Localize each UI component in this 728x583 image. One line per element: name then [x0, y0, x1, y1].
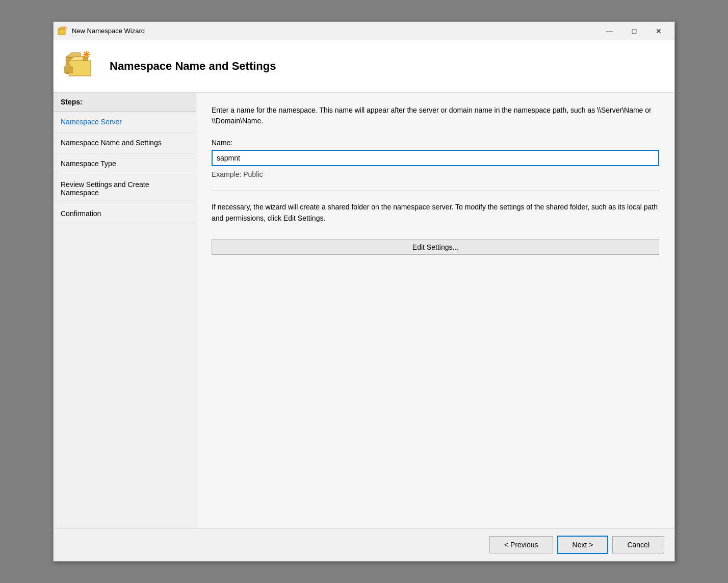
next-button[interactable]: Next > [557, 536, 609, 554]
main-content: Enter a name for the namespace. This nam… [196, 93, 674, 528]
maximize-button[interactable]: □ [622, 24, 646, 38]
sidebar-item-namespace-type[interactable]: Namespace Type [54, 153, 196, 174]
page-title: Namespace Name and Settings [110, 60, 276, 73]
divider [212, 191, 659, 191]
minimize-button[interactable]: — [598, 24, 621, 38]
name-input[interactable] [212, 150, 659, 166]
title-bar: New Namespace Wizard — □ ✕ [54, 22, 674, 40]
sidebar-item-confirmation[interactable]: Confirmation [54, 203, 196, 224]
sidebar: Steps: Namespace Server Namespace Name a… [54, 93, 196, 528]
wizard-window: New Namespace Wizard — □ ✕ [53, 21, 675, 562]
sidebar-item-namespace-name-settings[interactable]: Namespace Name and Settings [54, 132, 196, 153]
svg-marker-15 [65, 65, 70, 67]
close-button[interactable]: ✕ [647, 24, 670, 38]
steps-header: Steps: [54, 93, 196, 112]
info-text: If necessary, the wizard will create a s… [212, 201, 659, 224]
svg-rect-14 [65, 67, 72, 73]
wizard-icon [64, 48, 99, 84]
cancel-button[interactable]: Cancel [612, 536, 664, 553]
window-controls: — □ ✕ [598, 24, 670, 38]
svg-rect-0 [58, 29, 65, 35]
sidebar-item-namespace-server[interactable]: Namespace Server [54, 112, 196, 132]
content-area: Steps: Namespace Server Namespace Name a… [54, 93, 674, 528]
name-label: Name: [212, 139, 659, 147]
description-text: Enter a name for the namespace. This nam… [212, 105, 659, 126]
example-text: Example: Public [212, 170, 659, 178]
window-title: New Namespace Wizard [72, 27, 598, 35]
previous-button[interactable]: < Previous [489, 536, 553, 553]
sidebar-item-review-settings[interactable]: Review Settings and Create Namespace [54, 174, 196, 203]
name-field-group: Name: Example: Public [212, 139, 659, 189]
title-bar-icon [58, 26, 68, 36]
edit-settings-button[interactable]: Edit Settings... [212, 240, 659, 255]
header-area: Namespace Name and Settings [54, 40, 674, 93]
footer-area: < Previous Next > Cancel [54, 528, 674, 561]
